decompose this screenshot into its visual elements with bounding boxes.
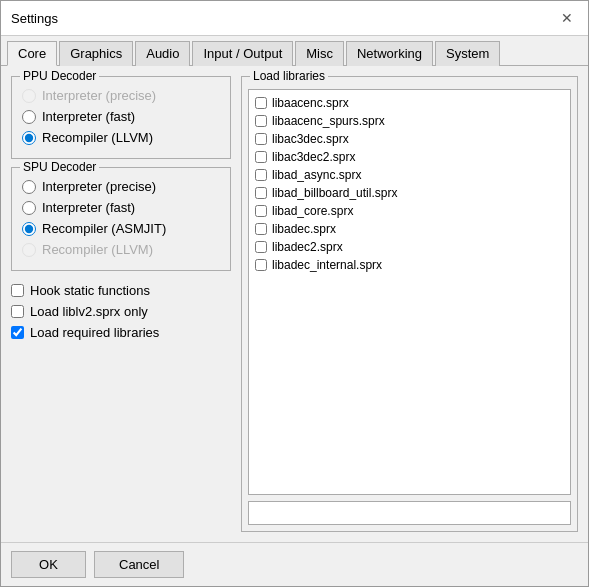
hook-static-functions-checkbox[interactable]	[11, 284, 24, 297]
library-item-label: libadec2.sprx	[272, 240, 343, 254]
spu-interpreter-fast-radio[interactable]	[22, 201, 36, 215]
library-item[interactable]: libaacenc_spurs.sprx	[251, 112, 568, 130]
ppu-recompiler-llvm[interactable]: Recompiler (LLVM)	[22, 127, 220, 148]
spu-interpreter-precise-label: Interpreter (precise)	[42, 179, 156, 194]
library-item-label: libad_billboard_util.sprx	[272, 186, 397, 200]
hook-static-functions-option[interactable]: Hook static functions	[11, 283, 231, 298]
load-required-libraries-option[interactable]: Load required libraries	[11, 325, 231, 340]
right-panel: Load libraries libaacenc.sprxlibaacenc_s…	[241, 76, 578, 532]
tab-core[interactable]: Core	[7, 41, 57, 66]
library-filter-input[interactable]	[248, 501, 571, 525]
ppu-interpreter-fast[interactable]: Interpreter (fast)	[22, 106, 220, 127]
ppu-interpreter-fast-radio[interactable]	[22, 110, 36, 124]
tab-system[interactable]: System	[435, 41, 500, 66]
library-item-label: libadec_internal.sprx	[272, 258, 382, 272]
library-item[interactable]: libadec_internal.sprx	[251, 256, 568, 274]
spu-recompiler-llvm-label: Recompiler (LLVM)	[42, 242, 153, 257]
title-bar: Settings ✕	[1, 1, 588, 36]
tab-networking[interactable]: Networking	[346, 41, 433, 66]
content-area: PPU Decoder Interpreter (precise) Interp…	[1, 66, 588, 542]
ppu-decoder-group: PPU Decoder Interpreter (precise) Interp…	[11, 76, 231, 159]
library-item[interactable]: libad_core.sprx	[251, 202, 568, 220]
close-button[interactable]: ✕	[556, 7, 578, 29]
spu-recompiler-asmjit[interactable]: Recompiler (ASMJIT)	[22, 218, 220, 239]
load-required-libraries-checkbox[interactable]	[11, 326, 24, 339]
library-item[interactable]: libac3dec.sprx	[251, 130, 568, 148]
tab-misc[interactable]: Misc	[295, 41, 344, 66]
spu-interpreter-precise[interactable]: Interpreter (precise)	[22, 176, 220, 197]
spu-recompiler-asmjit-label: Recompiler (ASMJIT)	[42, 221, 166, 236]
tab-bar: Core Graphics Audio Input / Output Misc …	[1, 36, 588, 66]
library-item-label: libadec.sprx	[272, 222, 336, 236]
library-item-label: libad_core.sprx	[272, 204, 353, 218]
dialog-title: Settings	[11, 11, 58, 26]
spu-interpreter-fast-label: Interpreter (fast)	[42, 200, 135, 215]
load-liblv2-checkbox[interactable]	[11, 305, 24, 318]
load-libraries-group: Load libraries libaacenc.sprxlibaacenc_s…	[241, 76, 578, 532]
spu-decoder-title: SPU Decoder	[20, 160, 99, 174]
spu-recompiler-llvm[interactable]: Recompiler (LLVM)	[22, 239, 220, 260]
ppu-interpreter-precise[interactable]: Interpreter (precise)	[22, 85, 220, 106]
library-item-label: libac3dec.sprx	[272, 132, 349, 146]
ppu-interpreter-fast-label: Interpreter (fast)	[42, 109, 135, 124]
library-item-checkbox[interactable]	[255, 205, 267, 217]
library-item-checkbox[interactable]	[255, 115, 267, 127]
library-item[interactable]: libadec.sprx	[251, 220, 568, 238]
spu-recompiler-llvm-radio[interactable]	[22, 243, 36, 257]
load-liblv2-option[interactable]: Load liblv2.sprx only	[11, 304, 231, 319]
spu-recompiler-asmjit-radio[interactable]	[22, 222, 36, 236]
bottom-bar: OK Cancel	[1, 542, 588, 586]
checkboxes-section: Hook static functions Load liblv2.sprx o…	[11, 279, 231, 340]
ppu-recompiler-llvm-radio[interactable]	[22, 131, 36, 145]
library-item-checkbox[interactable]	[255, 133, 267, 145]
library-item[interactable]: libad_billboard_util.sprx	[251, 184, 568, 202]
library-item-checkbox[interactable]	[255, 187, 267, 199]
load-libraries-title: Load libraries	[250, 69, 328, 83]
library-item-checkbox[interactable]	[255, 241, 267, 253]
tab-audio[interactable]: Audio	[135, 41, 190, 66]
tab-input-output[interactable]: Input / Output	[192, 41, 293, 66]
library-item-checkbox[interactable]	[255, 223, 267, 235]
ok-button[interactable]: OK	[11, 551, 86, 578]
spu-decoder-group: SPU Decoder Interpreter (precise) Interp…	[11, 167, 231, 271]
library-item[interactable]: libac3dec2.sprx	[251, 148, 568, 166]
settings-dialog: Settings ✕ Core Graphics Audio Input / O…	[0, 0, 589, 587]
library-item[interactable]: libadec2.sprx	[251, 238, 568, 256]
load-liblv2-label: Load liblv2.sprx only	[30, 304, 148, 319]
library-item-label: libaacenc.sprx	[272, 96, 349, 110]
library-item[interactable]: libad_async.sprx	[251, 166, 568, 184]
cancel-button[interactable]: Cancel	[94, 551, 184, 578]
libraries-list[interactable]: libaacenc.sprxlibaacenc_spurs.sprxlibac3…	[248, 89, 571, 495]
spu-interpreter-fast[interactable]: Interpreter (fast)	[22, 197, 220, 218]
hook-static-functions-label: Hook static functions	[30, 283, 150, 298]
library-item-checkbox[interactable]	[255, 151, 267, 163]
library-item-label: libad_async.sprx	[272, 168, 361, 182]
ppu-decoder-title: PPU Decoder	[20, 69, 99, 83]
library-item-checkbox[interactable]	[255, 259, 267, 271]
library-item-label: libaacenc_spurs.sprx	[272, 114, 385, 128]
library-item-checkbox[interactable]	[255, 97, 267, 109]
spu-interpreter-precise-radio[interactable]	[22, 180, 36, 194]
load-required-libraries-label: Load required libraries	[30, 325, 159, 340]
ppu-interpreter-precise-radio[interactable]	[22, 89, 36, 103]
ppu-interpreter-precise-label: Interpreter (precise)	[42, 88, 156, 103]
tab-graphics[interactable]: Graphics	[59, 41, 133, 66]
library-item[interactable]: libaacenc.sprx	[251, 94, 568, 112]
left-panel: PPU Decoder Interpreter (precise) Interp…	[11, 76, 231, 532]
library-item-label: libac3dec2.sprx	[272, 150, 355, 164]
library-item-checkbox[interactable]	[255, 169, 267, 181]
ppu-recompiler-llvm-label: Recompiler (LLVM)	[42, 130, 153, 145]
